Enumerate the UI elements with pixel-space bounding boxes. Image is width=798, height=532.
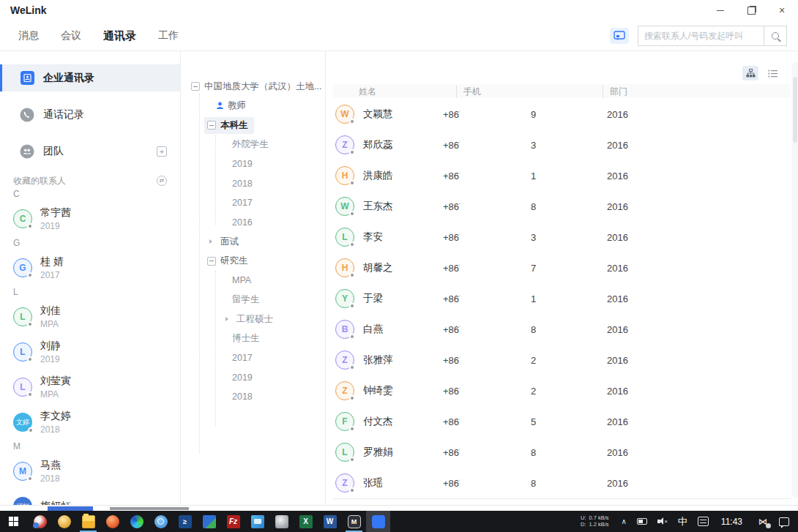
tree-toggle-icon[interactable] (223, 198, 228, 207)
table-row[interactable]: Y 于梁 +86 1 2016 (326, 283, 792, 314)
tree-node[interactable]: 2016 (181, 213, 325, 233)
minimize-button[interactable] (710, 2, 731, 18)
tree-toggle-icon[interactable] (223, 296, 228, 304)
sidebar-item[interactable]: 通话记录 (0, 101, 180, 128)
taskbar-app-word[interactable]: W (318, 511, 342, 532)
ime-indicator[interactable]: 中 (678, 515, 687, 528)
taskbar-app-app-gray[interactable] (269, 511, 294, 532)
search-input[interactable] (638, 26, 764, 46)
tree-node[interactable]: 留学生 (181, 291, 325, 310)
table-row[interactable]: W 文颖慧 +86 9 2016 (326, 99, 792, 130)
taskbar-app-file-explorer[interactable] (76, 511, 100, 532)
tree-toggle-icon[interactable] (207, 257, 216, 266)
table-row[interactable]: Z 钟绮雯 +86 2 2016 (326, 375, 792, 406)
tree-node[interactable]: 中国地质大学（武汉）土地... (181, 77, 325, 97)
taskbar-app-powershell[interactable]: ≥ (173, 511, 197, 532)
user-avatar[interactable]: 江涛 (672, 2, 688, 18)
action-center-icon[interactable] (779, 517, 789, 526)
tree-toggle-icon[interactable] (207, 102, 212, 110)
refresh-favorites-icon[interactable]: ⇄ (157, 176, 167, 186)
tree-node[interactable]: 面试 (181, 232, 325, 252)
tree-toggle-icon[interactable] (223, 315, 232, 323)
table-row[interactable]: Z 张雅萍 +86 2 2016 (326, 345, 792, 375)
taskbar-app-app-orange-browser[interactable] (100, 511, 124, 532)
taskbar-app-app-blue-cube[interactable] (197, 511, 221, 532)
tree-toggle-icon[interactable] (191, 82, 200, 91)
table-row[interactable]: L 李安 +86 3 2016 (326, 222, 792, 252)
taskbar-app-excel[interactable]: X (294, 511, 318, 532)
tree-toggle-icon[interactable] (223, 179, 228, 188)
show-hidden-icons-chevron[interactable]: ∧ (622, 517, 627, 525)
taskbar-app-welink-app[interactable] (366, 511, 390, 532)
table-row[interactable]: L 罗雅娟 +86 8 2016 (326, 437, 792, 468)
tree-node[interactable]: 2019 (181, 368, 325, 388)
tree-toggle-icon[interactable] (223, 373, 228, 382)
table-row[interactable]: Z 郑欣蕊 +86 3 2016 (326, 130, 792, 160)
favorite-contact[interactable]: M 马燕 2018 (0, 454, 180, 489)
nav-tab[interactable]: 通讯录 (103, 29, 136, 43)
favorite-contact[interactable]: G 桂 婧 2017 (0, 250, 180, 285)
sidebar-item[interactable]: 企业通讯录 (0, 64, 180, 91)
table-row[interactable]: Z 张瑶 +86 8 2016 (326, 468, 792, 498)
tree-node[interactable]: 2017 (181, 348, 325, 368)
sidebar-item[interactable]: 团队 + (0, 138, 180, 165)
tree-toggle-icon[interactable] (223, 353, 228, 362)
add-team-icon[interactable]: + (157, 146, 167, 157)
favorite-contact[interactable]: L 刘莹寅 MPA (0, 370, 180, 405)
org-view-icon[interactable] (742, 66, 758, 80)
taskbar-app-app-gold[interactable] (52, 511, 76, 532)
favorite-contact[interactable]: C 常宇茜 2019 (0, 201, 180, 236)
nav-tab[interactable]: 会议 (61, 29, 81, 42)
tree-node[interactable]: 2018 (181, 174, 325, 194)
scrollbar[interactable] (792, 62, 798, 498)
nav-tab[interactable]: 消息 (18, 29, 39, 42)
tree-toggle-icon[interactable] (207, 121, 216, 130)
table-row[interactable]: B 白燕 +86 8 2016 (326, 314, 792, 345)
favorite-contact[interactable]: 妍虹 梅妍虹 (0, 489, 180, 505)
tree-toggle-icon[interactable] (223, 160, 228, 168)
taskbar-app-app-red-browser[interactable] (28, 511, 52, 532)
taskbar-clock[interactable]: 11:43 (721, 517, 742, 527)
taskbar-app-search-app[interactable] (149, 511, 173, 532)
battery-icon[interactable] (637, 518, 647, 525)
tree-toggle-icon[interactable] (207, 237, 216, 246)
taskbar-app-edge-browser[interactable] (124, 511, 149, 532)
start-button[interactable] (0, 511, 28, 532)
tree-toggle-icon[interactable] (223, 276, 228, 285)
tray-app-icon[interactable]: ⋈ (758, 517, 767, 527)
tree-node[interactable]: 博士生 (181, 329, 325, 349)
tree-node[interactable]: 外院学生 (181, 135, 325, 155)
nav-tab[interactable]: 工作 (158, 29, 179, 42)
tree-node[interactable]: 2018 (181, 387, 325, 407)
taskbar-app-photos-app[interactable] (245, 511, 269, 532)
tree-node[interactable]: 本科生 (181, 116, 325, 135)
table-row[interactable]: W 王东杰 +86 8 2016 (326, 191, 792, 222)
tree-toggle-icon[interactable] (223, 392, 228, 401)
tree-toggle-icon[interactable] (223, 141, 228, 149)
favorite-contact[interactable]: 文婷 李文婷 2018 (0, 405, 180, 440)
maximize-button[interactable] (741, 2, 761, 18)
taskbar-app-markdown-app[interactable]: M (342, 511, 366, 532)
touch-keyboard-icon[interactable] (698, 517, 709, 526)
tree-toggle-icon[interactable] (223, 334, 228, 343)
video-call-icon[interactable] (610, 28, 629, 44)
scrollbar-thumb[interactable] (793, 77, 797, 143)
favorite-contact[interactable]: L 刘静 2019 (0, 334, 180, 370)
taskbar-app-filezilla[interactable]: Fz (221, 511, 245, 532)
tree-node[interactable]: 研究生 (181, 252, 325, 271)
network-speed-indicator[interactable]: U: D: 0.7 kB/s 1.2 kB/s (581, 515, 609, 528)
table-row[interactable]: H 胡馨之 +86 7 2016 (326, 252, 792, 283)
search-button[interactable] (764, 26, 787, 46)
tree-node[interactable]: 教师 (181, 97, 325, 116)
tree-toggle-icon[interactable] (223, 218, 228, 227)
list-view-icon[interactable] (764, 66, 780, 80)
tree-node[interactable]: 2019 (181, 154, 325, 174)
favorite-contact[interactable]: L 刘佳 MPA (0, 299, 180, 334)
close-button[interactable]: × (772, 2, 792, 18)
tree-node[interactable]: 工程硕士 (181, 310, 325, 329)
tree-node[interactable]: MPA (181, 271, 325, 291)
table-row[interactable]: F 付文杰 +86 5 2016 (326, 406, 792, 437)
tree-node[interactable]: 2017 (181, 193, 325, 213)
table-row[interactable]: H 洪康皓 +86 1 2016 (326, 160, 792, 191)
speaker-muted-icon[interactable]: × (657, 517, 668, 525)
